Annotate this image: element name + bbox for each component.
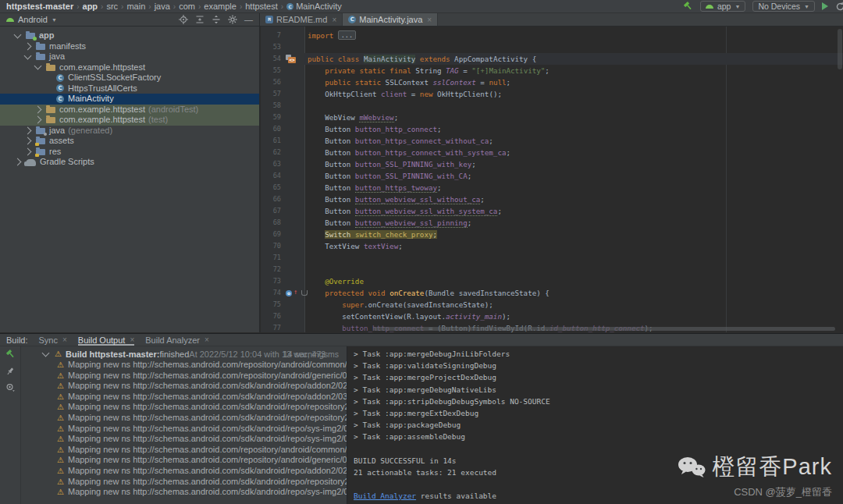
code-line-68[interactable]: 68 Button button_webview_ssl_pinning; (261, 217, 843, 229)
build-tab-build-analyzer[interactable]: Build Analyzer× (145, 334, 209, 346)
restart-icon[interactable] (835, 2, 843, 12)
close-icon[interactable]: × (332, 16, 336, 24)
warning-row[interactable]: ⚠Mapping new ns http://schemas.android.c… (21, 371, 347, 382)
hide-panel-icon[interactable]: — (244, 16, 253, 23)
warning-row[interactable]: ⚠Mapping new ns http://schemas.android.c… (21, 381, 347, 392)
close-icon[interactable]: × (205, 335, 209, 344)
collapse-all-icon[interactable] (195, 15, 205, 24)
code-line-73[interactable]: 73 @Override (261, 275, 843, 287)
run-button[interactable] (822, 2, 828, 10)
pin-icon[interactable] (5, 367, 15, 376)
code-token: OkHttpClient (308, 90, 381, 98)
breadcrumb-item[interactable]: CMainActivity (286, 2, 342, 11)
warning-row[interactable]: ⚠Mapping new ns http://schemas.android.c… (21, 392, 347, 403)
breadcrumb-item[interactable]: app (83, 2, 98, 11)
close-icon[interactable]: × (427, 16, 432, 24)
tree-item-res[interactable]: res (0, 147, 259, 158)
code-line-54[interactable]: 54<>public class MainActivity extends Ap… (261, 53, 843, 65)
tree-item-com-example-httpstest[interactable]: com.example.httpstest(androidTest) (0, 105, 259, 115)
code-line-64[interactable]: 64 Button button_SSL_PINNING_with_CA; (261, 170, 843, 182)
tree-item-httpstrustallcerts[interactable]: CHttpsTrustAllCerts (0, 83, 259, 94)
code-line-65[interactable]: 65 Button button_https_twoway; (261, 182, 843, 193)
warning-text: Mapping new ns http://schemas.android.co… (68, 424, 347, 435)
code-line-62[interactable]: 62 Button button_https_connect_with_syst… (261, 147, 843, 158)
expand-all-icon[interactable] (212, 15, 221, 24)
code-line-58[interactable]: 58 (261, 100, 843, 112)
tree-item-mainactivity[interactable]: CMainActivity (0, 94, 259, 105)
folded-code-icon[interactable]: ... (338, 30, 356, 40)
warning-row[interactable]: ⚠Mapping new ns http://schemas.android.c… (21, 413, 347, 424)
warning-row[interactable]: ⚠Mapping new ns http://schemas.android.c… (21, 434, 347, 445)
build-tab-sync[interactable]: Sync× (39, 334, 67, 346)
tree-item-clientsslsocketfactory[interactable]: CClientSSLSocketFactory (0, 73, 259, 83)
breadcrumb-item[interactable]: java (155, 2, 170, 11)
warning-row[interactable]: ⚠Mapping new ns http://schemas.android.c… (21, 402, 347, 413)
project-view-selector[interactable]: Android (18, 15, 48, 24)
related-files-icon[interactable]: <> (286, 55, 296, 63)
breadcrumb-item[interactable]: httpstest-master (6, 2, 73, 11)
warning-row[interactable]: ⚠Mapping new ns http://schemas.android.c… (21, 360, 347, 371)
editor-tab-readme-md[interactable]: MREADME.md× (260, 13, 343, 26)
locate-file-icon[interactable] (179, 15, 188, 24)
code-line-56[interactable]: 56 public static SSLContext sslContext =… (261, 76, 843, 88)
code-line-75[interactable]: 75 super.onCreate(savedInstanceState); (261, 299, 843, 311)
build-result-row[interactable]: ⚠ Build httpstest-master: finished At 20… (21, 349, 347, 360)
warning-row[interactable]: ⚠Mapping new ns http://schemas.android.c… (21, 487, 347, 498)
class-icon: C (56, 95, 64, 103)
code-line-66[interactable]: 66 Button button_webview_ssl_without_ca; (261, 193, 843, 205)
device-selector[interactable]: No Devices ▼ (752, 1, 815, 12)
settings-gear-icon[interactable] (228, 15, 237, 24)
code-line-55[interactable]: 55 private static final String TAG = "[+… (261, 65, 843, 76)
build-hammer-icon[interactable] (683, 2, 693, 12)
close-icon[interactable]: × (62, 335, 67, 344)
breadcrumb-item[interactable]: src (106, 2, 118, 11)
overriding-method-icon[interactable]: o↑ (286, 289, 300, 297)
editor-horizontal-scrollbar[interactable] (373, 327, 835, 331)
tree-item-gradle-scripts[interactable]: Gradle Scripts (0, 157, 259, 168)
code-line-67[interactable]: 67 Button button_webview_ssl_with_system… (261, 205, 843, 217)
rerun-build-icon[interactable] (5, 350, 16, 360)
warning-row[interactable]: ⚠Mapping new ns http://schemas.android.c… (21, 466, 347, 477)
warning-row[interactable]: ⚠Mapping new ns http://schemas.android.c… (21, 424, 347, 435)
tree-item-com-example-httpstest[interactable]: com.example.httpstest (0, 62, 259, 73)
code-line-7[interactable]: 7import ... (261, 30, 843, 41)
code-line-72[interactable]: 72 (261, 264, 843, 275)
tree-item-com-example-httpstest[interactable]: com.example.httpstest(test) (0, 115, 259, 126)
code-line-53[interactable]: 53 (261, 41, 843, 53)
breadcrumb-item[interactable]: main (126, 2, 145, 11)
tree-item-assets[interactable]: assets (0, 136, 259, 147)
tree-item-java[interactable]: java(generated) (0, 126, 259, 137)
close-icon[interactable]: × (130, 335, 134, 344)
run-config-selector[interactable]: app ▼ (700, 1, 745, 12)
code-line-63[interactable]: 63 Button button_SSL_PINNING_with_key; (261, 158, 843, 170)
code-line-60[interactable]: 60 Button button_http_connect; (261, 123, 843, 135)
warning-row[interactable]: ⚠Mapping new ns http://schemas.android.c… (21, 455, 347, 466)
code-text: Button button_https_connect_without_ca; (304, 135, 843, 147)
code-line-69[interactable]: 69 Switch switch_check_proxy; (261, 229, 843, 240)
warning-row[interactable]: ⚠Mapping new ns http://schemas.android.c… (21, 445, 347, 456)
code-line-71[interactable]: 71 (261, 252, 843, 264)
filter-icon[interactable] (5, 383, 16, 392)
code-line-59[interactable]: 59 WebView mWebview; (261, 112, 843, 123)
code-line-76[interactable]: 76 setContentView(R.layout.activity_main… (261, 311, 843, 322)
tree-item-manifests[interactable]: manifests (0, 41, 259, 52)
breadcrumb-item[interactable]: example (204, 2, 237, 11)
warning-row[interactable]: ⚠Mapping new ns http://schemas.android.c… (21, 477, 347, 488)
build-analyzer-link[interactable]: Build Analyzer (354, 492, 416, 500)
build-console[interactable]: > Task :app:mergeDebugJniLibFolders> Tas… (347, 346, 843, 504)
code-line-70[interactable]: 70 TextView textView; (261, 240, 843, 252)
code-editor[interactable]: 7import ...5354<>public class MainActivi… (261, 27, 843, 332)
tree-item-app[interactable]: app (0, 30, 259, 41)
gutter-slot (281, 275, 304, 287)
breadcrumb-item[interactable]: com (179, 2, 195, 11)
build-tab-build-output[interactable]: Build Output× (78, 334, 134, 346)
code-line-61[interactable]: 61 Button button_https_connect_without_c… (261, 135, 843, 147)
editor-vertical-scrollbar[interactable] (838, 29, 842, 69)
breadcrumb-item[interactable]: httpstest (245, 2, 278, 11)
line-number: 73 (261, 275, 281, 287)
code-line-57[interactable]: 57 OkHttpClient client = new OkHttpClien… (261, 88, 843, 100)
editor-tab-mainactivity-java[interactable]: CMainActivity.java× (343, 13, 438, 26)
tree-item-java[interactable]: java (0, 51, 259, 62)
code-token (308, 289, 325, 297)
code-line-74[interactable]: 74o↑ protected void onCreate(Bundle save… (261, 287, 843, 299)
